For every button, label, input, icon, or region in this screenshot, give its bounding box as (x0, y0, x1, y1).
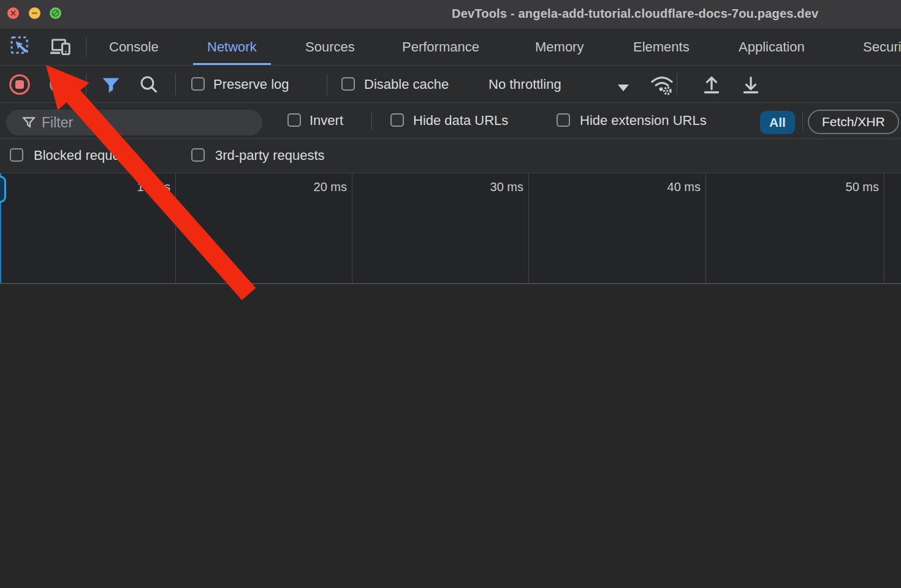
tab-memory[interactable]: Memory (521, 29, 598, 65)
close-icon (7, 7, 19, 19)
blocked-requests-label[interactable]: Blocked requests (34, 148, 137, 164)
filter-input-container (6, 110, 262, 135)
timeline-gridline (352, 173, 352, 283)
hide-data-urls-label[interactable]: Hide data URLs (413, 113, 508, 129)
network-conditions-button[interactable] (650, 73, 674, 99)
devtools-window: { "window": { "title": "DevTools - angel… (0, 0, 901, 588)
network-toolbar: Preserve log Disable cache No throttling (0, 66, 901, 103)
network-filterbar: Invert Hide data URLs Hide extension URL… (0, 103, 901, 139)
close-window-button[interactable] (7, 7, 19, 19)
filter-funnel-icon (100, 74, 122, 96)
tab-security[interactable]: Security (849, 29, 901, 65)
toolbar-separator (86, 74, 86, 95)
minimize-icon (29, 7, 40, 19)
filter-toggle-button[interactable] (100, 74, 122, 98)
tab-sources[interactable]: Sources (291, 29, 369, 65)
inspect-icon (10, 36, 32, 58)
filterbar-separator (371, 111, 372, 130)
third-party-requests-label[interactable]: 3rd-party requests (215, 148, 325, 164)
timeline-tick-label: 30 ms (468, 180, 523, 194)
preserve-log-label[interactable]: Preserve log (213, 77, 289, 92)
toolbar-separator (677, 74, 677, 95)
hide-data-urls-checkbox[interactable] (390, 113, 404, 127)
hide-extension-urls-label[interactable]: Hide extension URLs (580, 113, 707, 129)
tab-application[interactable]: Application (724, 29, 819, 65)
blocked-requests-checkbox[interactable] (10, 148, 23, 162)
request-list-empty-area: Recording network activity… Perform a re… (0, 285, 901, 588)
preserve-log-checkbox[interactable] (191, 77, 205, 91)
timeline-tick-label: 50 ms (824, 180, 879, 194)
tab-network[interactable]: Network (193, 29, 271, 65)
tab-elements[interactable]: Elements (619, 29, 704, 65)
timeline-gridline (884, 173, 884, 283)
stop-recording-button[interactable] (9, 74, 31, 98)
download-icon (740, 74, 762, 96)
throttling-select[interactable]: No throttling (489, 77, 561, 92)
search-button[interactable] (138, 74, 160, 98)
inspect-element-button[interactable] (10, 36, 32, 60)
network-conditions-icon (650, 73, 674, 96)
toolbar-separator (327, 74, 327, 95)
toggle-device-toolbar-button[interactable] (49, 36, 71, 60)
device-toolbar-icon (49, 36, 71, 58)
clear-icon (48, 74, 69, 95)
tab-console[interactable]: Console (95, 29, 173, 65)
timeline-tick-label: 40 ms (645, 180, 701, 194)
timeline-gridline (528, 173, 529, 283)
invert-label[interactable]: Invert (310, 113, 343, 129)
clear-network-log-button[interactable] (48, 74, 69, 97)
search-icon (138, 74, 160, 96)
chevron-down-icon[interactable] (618, 85, 629, 91)
hide-extension-urls-checkbox[interactable] (557, 113, 570, 127)
timeline-gridline (175, 173, 176, 283)
zoom-window-button[interactable] (50, 7, 61, 19)
disable-cache-label[interactable]: Disable cache (364, 77, 449, 92)
network-overview-timeline[interactable]: 10 ms 20 ms 30 ms 40 ms 50 ms (0, 173, 901, 284)
titlebar: DevTools - angela-add-tutorial.cloudflar… (0, 0, 901, 29)
window-title: DevTools - angela-add-tutorial.cloudflar… (452, 7, 818, 21)
timeline-tick-label: 20 ms (292, 180, 347, 194)
timeline-edge-handle[interactable] (0, 176, 6, 203)
timeline-tick-label: 10 ms (115, 180, 170, 194)
timeline-gridline (705, 173, 706, 283)
export-har-button[interactable] (740, 74, 762, 98)
invert-checkbox[interactable] (287, 113, 301, 127)
record-stop-icon (9, 74, 31, 96)
request-type-fetch-xhr-button[interactable]: Fetch/XHR (808, 110, 899, 134)
disable-cache-checkbox[interactable] (341, 77, 355, 91)
filter-funnel-icon (21, 115, 37, 130)
tab-performance[interactable]: Performance (388, 29, 493, 65)
filterbar-separator (802, 111, 803, 130)
zoom-icon (50, 7, 61, 19)
upload-icon (701, 74, 723, 96)
filter-input[interactable] (42, 110, 250, 135)
network-filterbar-secondary: Blocked requests 3rd-party requests (0, 139, 901, 173)
tabbar-separator (86, 37, 86, 57)
third-party-requests-checkbox[interactable] (191, 148, 205, 162)
toolbar-separator (175, 74, 176, 95)
request-type-all-button[interactable]: All (760, 111, 795, 134)
minimize-window-button[interactable] (29, 7, 40, 19)
devtools-tabbar: Console Network Sources Performance Memo… (0, 29, 901, 66)
import-har-button[interactable] (701, 74, 723, 98)
